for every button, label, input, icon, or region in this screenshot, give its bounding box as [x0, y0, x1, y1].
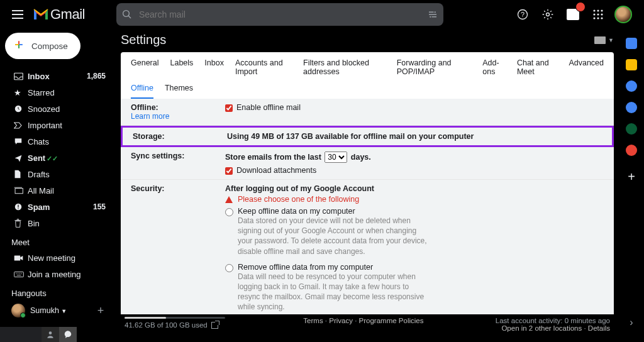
chevron-down-icon: ▼ — [61, 308, 67, 314]
sidebar-item-new-meeting[interactable]: New meeting — [0, 250, 114, 266]
sent-icon — [14, 154, 28, 162]
tab-inbox[interactable]: Inbox — [204, 58, 224, 81]
compose-button[interactable]: Compose — [5, 33, 80, 59]
logo-text: Gmail — [50, 6, 85, 23]
security-after-logout: After logging out of my Google Account — [225, 184, 374, 193]
svg-rect-19 — [18, 205, 18, 208]
svg-point-7 — [597, 9, 599, 11]
program-link[interactable]: Programme Policies — [359, 317, 424, 324]
keyboard-icon — [14, 271, 28, 278]
svg-rect-21 — [14, 255, 21, 260]
drafts-icon — [14, 170, 28, 179]
add-hangout-button[interactable]: + — [93, 303, 108, 318]
download-attachments-checkbox[interactable] — [225, 167, 233, 175]
enable-offline-checkbox[interactable] — [225, 104, 233, 112]
search-icon — [121, 9, 133, 20]
keep-data-radio[interactable] — [225, 208, 233, 216]
help-icon[interactable]: ? — [512, 4, 533, 25]
star-icon: ★ — [14, 88, 28, 97]
tab-general[interactable]: General — [131, 58, 158, 81]
hangouts-chat-icon[interactable] — [59, 327, 77, 342]
tab-forwarding[interactable]: Forwarding and POP/IMAP — [397, 58, 472, 81]
search-options-icon[interactable] — [427, 9, 438, 20]
keep-addon-icon[interactable] — [626, 59, 637, 70]
gmail-logo[interactable]: Gmail — [33, 6, 85, 23]
sidebar-item-inbox[interactable]: Inbox1,865 — [0, 68, 114, 84]
svg-point-13 — [597, 17, 599, 19]
sidebar-item-drafts[interactable]: Drafts — [0, 166, 114, 182]
sidebar-item-important[interactable]: Important — [0, 117, 114, 133]
tab-offline[interactable]: Offline — [131, 84, 153, 99]
sidebar-item-join-meeting[interactable]: Join a meeting — [0, 266, 114, 282]
storage-used: 41.62 GB of 100 GB used — [125, 321, 208, 329]
svg-point-6 — [593, 9, 595, 11]
tab-addons[interactable]: Add-ons — [482, 58, 506, 81]
svg-point-9 — [593, 13, 595, 15]
spam-icon — [14, 202, 28, 211]
tab-themes[interactable]: Themes — [165, 84, 193, 99]
check-icon: ✓✓ — [47, 155, 58, 162]
calendar-addon-icon[interactable] — [626, 38, 637, 49]
locations-link[interactable]: Open in 2 other locations — [501, 324, 582, 332]
svg-point-8 — [601, 9, 602, 11]
hangouts-header: Hangouts — [0, 285, 114, 301]
tab-filters[interactable]: Filters and blocked addresses — [303, 58, 386, 81]
svg-point-10 — [597, 13, 599, 15]
tasks-addon-icon[interactable] — [626, 80, 637, 92]
svg-rect-17 — [15, 189, 23, 194]
svg-point-2 — [430, 16, 431, 18]
hangouts-user[interactable]: Sumukh ▼ + — [0, 301, 114, 318]
page-title: Settings — [121, 33, 166, 47]
activity-text: Last account activity: 0 minutes ago — [496, 317, 610, 324]
compose-label: Compose — [31, 41, 68, 51]
chevron-down-icon: ▼ — [608, 37, 614, 43]
sidebar-item-snoozed[interactable]: Snoozed — [0, 101, 114, 117]
plus-icon — [13, 38, 25, 54]
security-label: Security: — [131, 184, 225, 312]
density-button[interactable]: ▼ — [594, 36, 614, 44]
sidebar-item-allmail[interactable]: All Mail — [0, 182, 114, 199]
get-addons-button[interactable]: + — [628, 170, 635, 184]
hangouts-status-icon[interactable] — [42, 327, 59, 342]
menu-icon[interactable] — [5, 2, 30, 27]
collapse-sidepanel-icon[interactable]: › — [630, 317, 633, 328]
sidebar-item-spam[interactable]: Spam155 — [0, 199, 114, 215]
svg-point-23 — [49, 331, 52, 334]
search-box[interactable] — [116, 3, 443, 26]
offline-label: Offline: — [131, 103, 158, 112]
tab-chat[interactable]: Chat and Meet — [517, 58, 557, 81]
security-warning: Please choose one of the following — [238, 195, 359, 204]
clock-icon — [14, 104, 28, 113]
storage-label: Storage: — [133, 132, 227, 141]
addon-icon[interactable] — [626, 123, 637, 135]
terms-link[interactable]: Terms — [303, 317, 323, 324]
learn-more-link[interactable]: Learn more — [131, 112, 225, 121]
apps-grid-icon[interactable] — [587, 4, 609, 25]
sync-days-select[interactable]: 30 — [325, 152, 347, 163]
sidebar-item-starred[interactable]: ★Starred — [0, 84, 114, 101]
svg-point-11 — [601, 13, 602, 15]
details-link[interactable]: Details — [588, 324, 610, 332]
svg-point-0 — [123, 11, 130, 17]
tab-labels[interactable]: Labels — [170, 58, 193, 81]
open-link-icon[interactable] — [211, 322, 218, 329]
contacts-addon-icon[interactable] — [626, 102, 637, 113]
remove-data-radio[interactable] — [225, 264, 233, 272]
search-input[interactable] — [139, 9, 427, 19]
tab-accounts[interactable]: Accounts and Import — [235, 58, 292, 81]
sync-label: Sync settings: — [131, 152, 225, 175]
svg-point-5 — [547, 13, 550, 16]
sidebar-item-bin[interactable]: Bin — [0, 215, 114, 231]
svg-point-12 — [593, 17, 595, 19]
apps-notification-icon[interactable] — [562, 4, 584, 25]
account-avatar[interactable] — [613, 4, 634, 25]
addon-icon-2[interactable] — [626, 145, 637, 156]
storage-progress — [125, 317, 225, 319]
privacy-link[interactable]: Privacy — [329, 317, 353, 324]
sidebar-item-chats[interactable]: Chats — [0, 133, 114, 150]
video-icon — [14, 255, 28, 262]
tab-advanced[interactable]: Advanced — [569, 58, 604, 81]
gear-icon[interactable] — [537, 4, 558, 25]
sidebar-item-sent[interactable]: Sent✓✓ — [0, 150, 114, 166]
status-tab — [0, 327, 42, 342]
